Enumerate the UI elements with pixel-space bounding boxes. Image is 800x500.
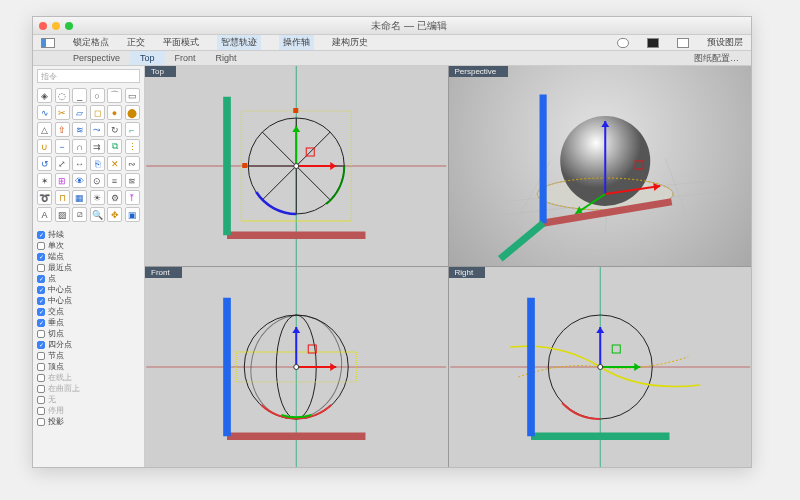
tool-extrude[interactable]: ⇧ bbox=[55, 122, 70, 137]
tool-hide[interactable]: 👁 bbox=[72, 173, 87, 188]
osnap-item[interactable]: 端点 bbox=[37, 251, 140, 262]
checkbox-icon[interactable] bbox=[37, 363, 45, 371]
checkbox-icon[interactable] bbox=[37, 308, 45, 316]
checkbox-icon[interactable] bbox=[37, 407, 45, 415]
tool-hatch[interactable]: ▨ bbox=[55, 207, 70, 222]
smarttrack-toggle[interactable]: 智慧轨迹 bbox=[217, 35, 261, 50]
tool-cone[interactable]: △ bbox=[37, 122, 52, 137]
osnap-item[interactable]: 顶点 bbox=[37, 361, 140, 372]
osnap-item[interactable]: 停用 bbox=[37, 405, 140, 416]
checkbox-icon[interactable] bbox=[37, 319, 45, 327]
tool-scale[interactable]: ⤢ bbox=[55, 156, 70, 171]
checkbox-icon[interactable] bbox=[37, 396, 45, 404]
osnap-item[interactable]: 在线上 bbox=[37, 372, 140, 383]
osnap-item[interactable]: 切点 bbox=[37, 328, 140, 339]
checkbox-icon[interactable] bbox=[37, 385, 45, 393]
checkbox-icon[interactable] bbox=[37, 286, 45, 294]
close-icon[interactable] bbox=[39, 22, 47, 30]
zoom-icon[interactable] bbox=[65, 22, 73, 30]
tool-rotate[interactable]: ↺ bbox=[37, 156, 52, 171]
checkbox-icon[interactable] bbox=[37, 253, 45, 261]
tool-offset[interactable]: ⇉ bbox=[90, 139, 105, 154]
minimize-icon[interactable] bbox=[52, 22, 60, 30]
checkbox-icon[interactable] bbox=[37, 352, 45, 360]
osnap-item[interactable]: 在曲面上 bbox=[37, 383, 140, 394]
tool-show[interactable]: ⊙ bbox=[90, 173, 105, 188]
tool-zoom[interactable]: 🔍 bbox=[90, 207, 105, 222]
layer-preset[interactable]: 预设图层 bbox=[707, 36, 743, 49]
tool-circle[interactable]: ○ bbox=[90, 88, 105, 103]
osnap-item[interactable]: 单次 bbox=[37, 240, 140, 251]
tool-curve[interactable]: ∿ bbox=[37, 105, 52, 120]
sidebar-toggle-icon[interactable] bbox=[41, 38, 55, 48]
viewport-label[interactable]: Top bbox=[145, 66, 176, 77]
tool-dim[interactable]: ⤒ bbox=[125, 190, 140, 205]
tool-layer[interactable]: ≡ bbox=[107, 173, 122, 188]
snap-grid-toggle[interactable]: 锁定格点 bbox=[73, 36, 109, 49]
tool-rectangle[interactable]: ▭ bbox=[125, 88, 140, 103]
tool-mirror[interactable]: ⧉ bbox=[107, 139, 122, 154]
checkbox-icon[interactable] bbox=[37, 275, 45, 283]
tool-section[interactable]: ⧄ bbox=[72, 207, 87, 222]
viewport-front[interactable]: Front bbox=[145, 267, 448, 467]
color-swatch-white[interactable] bbox=[677, 38, 689, 48]
osnap-item[interactable]: 无 bbox=[37, 394, 140, 405]
color-swatch-light[interactable] bbox=[617, 38, 629, 48]
tool-boolean-union[interactable]: ∪ bbox=[37, 139, 52, 154]
tool-cap[interactable]: ⊓ bbox=[55, 190, 70, 205]
tool-lasso[interactable]: ◌ bbox=[55, 88, 70, 103]
command-input[interactable]: 指令 bbox=[37, 69, 140, 83]
layout-config[interactable]: 图纸配置… bbox=[684, 50, 751, 67]
checkbox-icon[interactable] bbox=[37, 374, 45, 382]
viewport-top[interactable]: Top bbox=[145, 66, 448, 266]
tool-boolean-intersect[interactable]: ∩ bbox=[72, 139, 87, 154]
viewport-label[interactable]: Right bbox=[449, 267, 486, 278]
osnap-item[interactable]: 垂点 bbox=[37, 317, 140, 328]
checkbox-icon[interactable] bbox=[37, 341, 45, 349]
tab-top[interactable]: Top bbox=[130, 51, 165, 65]
checkbox-icon[interactable] bbox=[37, 418, 45, 426]
tool-polyline[interactable]: ⎯ bbox=[72, 88, 87, 103]
tool-analyze[interactable]: ⚙ bbox=[107, 190, 122, 205]
tool-revolve[interactable]: ↻ bbox=[107, 122, 122, 137]
tool-pointer[interactable]: ◈ bbox=[37, 88, 52, 103]
osnap-item[interactable]: 交点 bbox=[37, 306, 140, 317]
checkbox-icon[interactable] bbox=[37, 264, 45, 272]
tool-render[interactable]: ☀ bbox=[90, 190, 105, 205]
viewport-perspective[interactable]: Perspective bbox=[449, 66, 752, 266]
tool-move[interactable]: ↔ bbox=[72, 156, 87, 171]
color-swatch-dark[interactable] bbox=[647, 38, 659, 48]
gumball-toggle[interactable]: 操作轴 bbox=[279, 35, 314, 50]
planar-toggle[interactable]: 平面模式 bbox=[163, 36, 199, 49]
tool-cylinder[interactable]: ⬤ bbox=[125, 105, 140, 120]
checkbox-icon[interactable] bbox=[37, 231, 45, 239]
tool-sweep[interactable]: ⤳ bbox=[90, 122, 105, 137]
osnap-item[interactable]: 节点 bbox=[37, 350, 140, 361]
tool-arc[interactable]: ⌒ bbox=[107, 88, 122, 103]
history-toggle[interactable]: 建构历史 bbox=[332, 36, 368, 49]
tool-trim[interactable]: ✂ bbox=[55, 105, 70, 120]
osnap-item[interactable]: 四分点 bbox=[37, 339, 140, 350]
tool-boolean-diff[interactable]: − bbox=[55, 139, 70, 154]
osnap-item[interactable]: 持续 bbox=[37, 229, 140, 240]
viewport-label[interactable]: Perspective bbox=[449, 66, 509, 77]
tool-split[interactable]: ✕ bbox=[107, 156, 122, 171]
tool-explode[interactable]: ✶ bbox=[37, 173, 52, 188]
tool-match[interactable]: ≊ bbox=[125, 173, 140, 188]
tool-text[interactable]: A bbox=[37, 207, 52, 222]
checkbox-icon[interactable] bbox=[37, 297, 45, 305]
osnap-item[interactable]: 投影 bbox=[37, 416, 140, 427]
tab-perspective[interactable]: Perspective bbox=[63, 51, 130, 65]
tool-join[interactable]: ∾ bbox=[125, 156, 140, 171]
tool-mesh[interactable]: ▦ bbox=[72, 190, 87, 205]
tool-surface-plane[interactable]: ▱ bbox=[72, 105, 87, 120]
tab-front[interactable]: Front bbox=[165, 51, 206, 65]
tool-box[interactable]: ◻ bbox=[90, 105, 105, 120]
checkbox-icon[interactable] bbox=[37, 242, 45, 250]
tool-copy[interactable]: ⎘ bbox=[90, 156, 105, 171]
tool-view[interactable]: ▣ bbox=[125, 207, 140, 222]
osnap-item[interactable]: 点 bbox=[37, 273, 140, 284]
checkbox-icon[interactable] bbox=[37, 330, 45, 338]
viewport-label[interactable]: Front bbox=[145, 267, 182, 278]
tool-fillet[interactable]: ⌐ bbox=[125, 122, 140, 137]
